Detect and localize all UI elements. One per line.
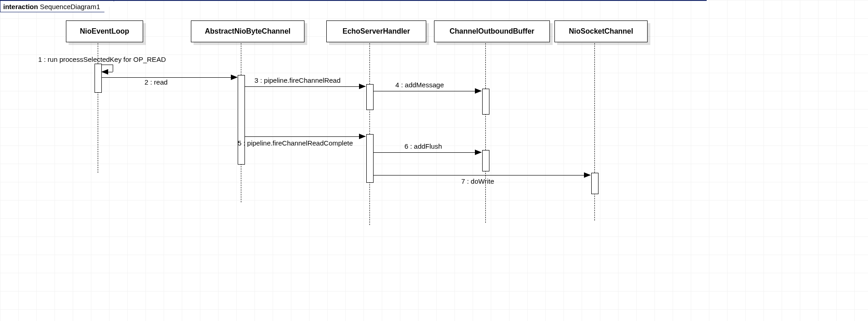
lifeline-p2-b <box>241 164 241 202</box>
msg-7-arrow <box>584 172 591 178</box>
msg-1-seg-top <box>101 65 113 65</box>
msg-2-label: 2 : read <box>145 78 168 86</box>
msg-3-line <box>244 86 365 87</box>
participant-abstractniobytechannel: AbstractNioByteChannel <box>191 20 304 42</box>
msg-4-line <box>373 91 481 91</box>
msg-2-arrow <box>231 75 238 80</box>
participant-channeloutboundbuffer: ChannelOutboundBuffer <box>434 20 550 42</box>
activation-p5 <box>591 173 599 194</box>
msg-6-arrow <box>475 150 482 155</box>
msg-7-line <box>373 175 590 176</box>
activation-p4-b <box>482 150 489 171</box>
msg-5-label: 5 : pipeline.fireChannelReadComplete <box>238 139 353 147</box>
background-grid <box>0 0 868 321</box>
lifeline-p3-c <box>369 182 370 225</box>
msg-1-arrow <box>101 69 108 75</box>
interaction-frame-border <box>0 0 707 1</box>
participant-echoserverhandler: EchoServerHandler <box>326 20 426 42</box>
sequence-diagram: interaction SequenceDiagram1 NioEventLoo… <box>0 0 868 321</box>
frame-kind: interaction <box>3 3 38 10</box>
lifeline-p4-a <box>485 43 486 89</box>
participant-nioeventloop: NioEventLoop <box>66 20 143 42</box>
lifeline-p3-a <box>369 43 370 84</box>
msg-1-seg-down <box>113 65 113 72</box>
activation-p2 <box>238 75 245 165</box>
lifeline-p5-b <box>594 193 595 221</box>
msg-1-label: 1 : run processSelectedKey for OP_READ <box>38 55 166 63</box>
msg-4-label: 4 : addMessage <box>395 81 444 89</box>
lifeline-p1-b <box>98 92 98 173</box>
lifeline-p5-a <box>594 43 595 173</box>
msg-3-arrow <box>359 84 366 89</box>
lifeline-p2-a <box>241 43 241 75</box>
interaction-frame-tab: interaction SequenceDiagram1 <box>0 1 114 12</box>
participant-niosocketchannel: NioSocketChannel <box>554 20 648 42</box>
lifeline-p3-b <box>369 109 370 134</box>
msg-2-line <box>101 77 237 78</box>
activation-p3-a <box>366 84 374 110</box>
msg-6-label: 6 : addFlush <box>404 142 442 150</box>
lifeline-p4-b <box>485 114 486 150</box>
activation-p1 <box>95 64 102 93</box>
activation-p3-b <box>366 134 374 183</box>
msg-5-line <box>244 136 365 137</box>
msg-5-arrow <box>359 134 366 139</box>
msg-6-line <box>373 152 481 153</box>
activation-p4-a <box>482 89 489 115</box>
msg-4-arrow <box>475 88 482 94</box>
msg-3-label: 3 : pipeline.fireChannelRead <box>254 76 340 84</box>
frame-title: SequenceDiagram1 <box>40 3 100 10</box>
msg-7-label: 7 : doWrite <box>461 177 494 185</box>
